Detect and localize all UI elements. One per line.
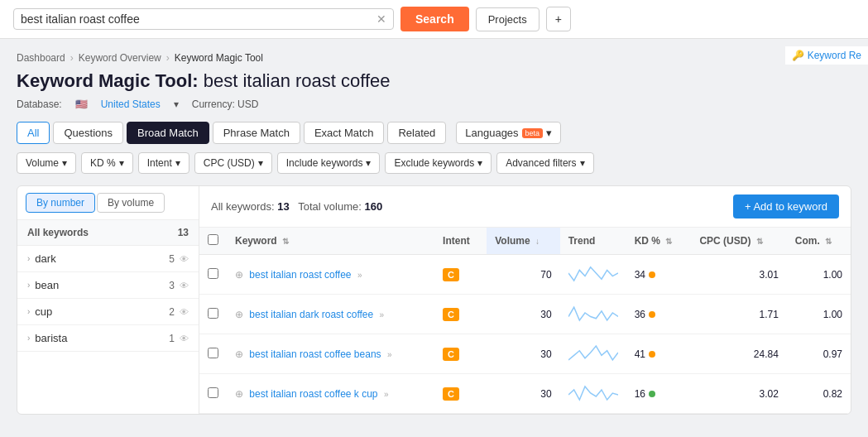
eye-icon-barista[interactable]: 👁 <box>180 334 189 343</box>
chevron-down-icon[interactable]: ▾ <box>174 98 179 110</box>
chevron-down-icon-lang: ▾ <box>546 127 552 139</box>
exclude-keywords-dropdown[interactable]: Exclude keywords ▾ <box>385 152 492 174</box>
by-volume-toggle[interactable]: By volume <box>97 193 165 213</box>
sidebar-item-cup[interactable]: › cup 2 👁 <box>17 299 199 325</box>
breadcrumb-sep-2: › <box>166 52 170 64</box>
row-checkbox-2[interactable] <box>208 348 218 358</box>
search-button[interactable]: Search <box>400 7 469 31</box>
tab-phrase-match[interactable]: Phrase Match <box>213 122 300 144</box>
chevron-down-icon-cpc: ▾ <box>258 157 263 169</box>
add-keyword-icon-3[interactable]: ⊕ <box>235 388 243 400</box>
com-cell-3: 0.82 <box>787 374 851 414</box>
keyword-re-button[interactable]: 🔑 Keyword Re <box>785 46 868 65</box>
include-keywords-dropdown[interactable]: Include keywords ▾ <box>277 152 381 174</box>
stats-prefix: All keywords: <box>211 200 275 213</box>
volume-dropdown[interactable]: Volume ▾ <box>17 152 76 174</box>
chevron-down-icon-exc: ▾ <box>477 157 482 169</box>
eye-icon-bean[interactable]: 👁 <box>180 281 189 291</box>
keyword-link-1[interactable]: best italian dark roast coffee <box>249 309 373 320</box>
clear-icon[interactable]: ✕ <box>376 12 386 26</box>
sidebar-item-barista[interactable]: › barista 1 👁 <box>17 325 199 352</box>
intent-badge-2: C <box>443 348 459 361</box>
table-stats: All keywords: 13 Total volume: 160 <box>211 200 382 213</box>
languages-button[interactable]: Languages beta ▾ <box>456 122 561 144</box>
trend-sparkline-1 <box>568 303 618 323</box>
eye-icon-dark[interactable]: 👁 <box>180 254 189 264</box>
exclude-keywords-label: Exclude keywords <box>394 157 474 169</box>
top-search-bar: ✕ Search Projects + <box>0 0 868 39</box>
tab-exact-match[interactable]: Exact Match <box>304 122 385 144</box>
column-keyword[interactable]: Keyword ⇅ <box>227 228 434 255</box>
column-trend: Trend <box>560 228 626 255</box>
tab-related[interactable]: Related <box>387 122 446 144</box>
row-checkbox-3[interactable] <box>208 387 218 398</box>
kd-dropdown[interactable]: KD % ▾ <box>81 152 133 174</box>
cpc-label: CPC (USD) <box>204 157 255 169</box>
beta-badge: beta <box>522 128 544 138</box>
volume-cell-2: 30 <box>487 334 559 374</box>
advanced-filters-dropdown[interactable]: Advanced filters ▾ <box>496 152 593 174</box>
add-to-keyword-button[interactable]: + Add to keyword <box>733 194 839 218</box>
page-title-query: best italian roast coffee <box>204 70 391 91</box>
keyword-link-0[interactable]: best italian roast coffee <box>249 269 351 281</box>
sidebar-item-bean-count: 3 <box>169 280 175 291</box>
cpc-cell-1: 1.71 <box>691 295 786 334</box>
row-checkbox-1[interactable] <box>208 308 218 319</box>
breadcrumb-dashboard[interactable]: Dashboard <box>17 52 65 64</box>
trend-sparkline-2 <box>568 343 618 363</box>
column-kd[interactable]: KD % ⇅ <box>626 228 692 255</box>
column-com[interactable]: Com. ⇅ <box>787 228 851 255</box>
page-title: Keyword Magic Tool: best italian roast c… <box>17 70 851 92</box>
com-cell-1: 1.00 <box>787 295 851 334</box>
dropdown-filters: Volume ▾ KD % ▾ Intent ▾ CPC (USD) ▾ Inc… <box>17 152 851 174</box>
trend-sparkline-0 <box>568 263 618 283</box>
add-keyword-icon-2[interactable]: ⊕ <box>235 348 243 360</box>
cpc-dropdown[interactable]: CPC (USD) ▾ <box>194 152 272 174</box>
trend-sparkline-3 <box>568 382 618 402</box>
sort-icon-volume: ↓ <box>535 237 540 246</box>
keyword-link-2[interactable]: best italian roast coffee beans <box>249 348 381 360</box>
select-all-checkbox[interactable] <box>208 234 218 245</box>
add-keyword-icon-0[interactable]: ⊕ <box>235 269 243 281</box>
sidebar-toggle-row: By number By volume <box>17 186 199 220</box>
column-cpc[interactable]: CPC (USD) ⇅ <box>691 228 786 255</box>
sidebar-all-keywords-count: 13 <box>178 227 189 238</box>
kd-dot-1 <box>649 311 655 318</box>
table-row: ⊕ best italian roast coffee beans » C304… <box>199 334 851 374</box>
arrows-icon-2: » <box>387 350 392 359</box>
kd-label: KD % <box>90 157 116 169</box>
row-checkbox-0[interactable] <box>208 268 218 279</box>
sidebar-item-dark[interactable]: › dark 5 👁 <box>17 246 199 272</box>
content-area: By number By volume All keywords 13 › da… <box>17 185 851 415</box>
keyword-link-3[interactable]: best italian roast coffee k cup <box>249 388 377 400</box>
tab-all[interactable]: All <box>17 122 50 144</box>
column-volume[interactable]: Volume ↓ <box>487 228 559 255</box>
arrows-icon-3: » <box>384 390 389 399</box>
sidebar-item-bean[interactable]: › bean 3 👁 <box>17 272 199 299</box>
breadcrumb-overview[interactable]: Keyword Overview <box>79 52 161 64</box>
by-number-toggle[interactable]: By number <box>26 193 95 213</box>
languages-label: Languages <box>465 127 518 139</box>
chevron-right-icon-bean: › <box>27 281 30 290</box>
eye-icon-cup[interactable]: 👁 <box>180 307 189 317</box>
intent-badge-3: C <box>443 387 459 401</box>
chevron-down-icon-vol: ▾ <box>62 157 67 169</box>
tab-questions[interactable]: Questions <box>53 122 123 144</box>
sidebar-item-cup-label: cup <box>35 305 169 318</box>
intent-badge-0: C <box>443 268 459 281</box>
sidebar-item-barista-count: 1 <box>169 333 175 344</box>
include-keywords-label: Include keywords <box>286 157 363 169</box>
flag-icon: 🇺🇸 <box>75 98 88 110</box>
volume-cell-1: 30 <box>487 295 559 334</box>
sort-icon-keyword: ⇅ <box>282 237 289 246</box>
keywords-table: Keyword ⇅ Intent Volume ↓ Tren <box>199 228 851 414</box>
intent-label: Intent <box>147 157 172 169</box>
add-keyword-icon-1[interactable]: ⊕ <box>235 309 243 320</box>
add-top-button[interactable]: + <box>546 7 571 31</box>
tab-broad-match[interactable]: Broad Match <box>127 122 209 144</box>
search-input[interactable] <box>21 12 373 26</box>
projects-button[interactable]: Projects <box>476 7 540 31</box>
intent-dropdown[interactable]: Intent ▾ <box>138 152 189 174</box>
country-selector[interactable]: United States <box>101 98 161 110</box>
sort-icon-com: ⇅ <box>825 237 832 246</box>
